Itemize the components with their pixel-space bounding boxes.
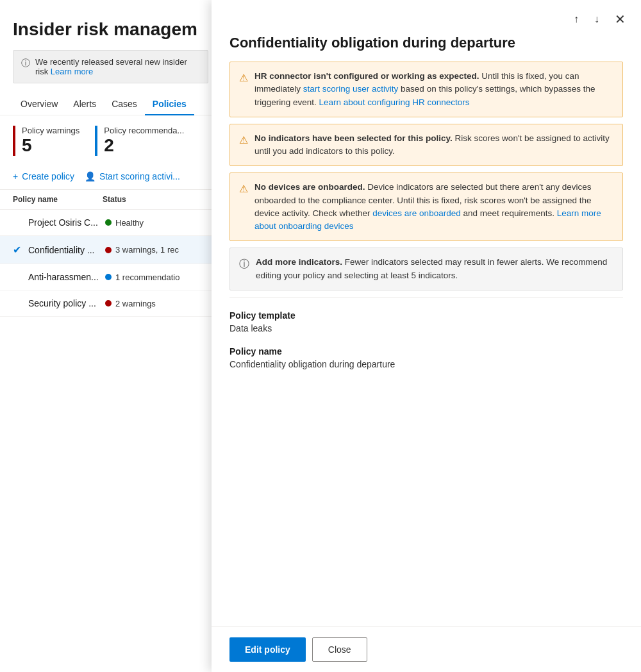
stat-recommendations-label: Policy recommenda... — [104, 126, 184, 135]
alert-text-devices: No devices are onboarded. Device indicat… — [254, 181, 613, 233]
checkmark-icon: ✔ — [13, 244, 21, 255]
status-text: 3 warnings, 1 rec — [115, 245, 179, 255]
policy-name: Confidentiality ... — [28, 245, 105, 255]
status-dot-green — [105, 219, 112, 226]
col-header-name: Policy name — [13, 195, 103, 204]
policy-name: Security policy ... — [28, 298, 105, 308]
panel-body: ⚠ HR connector isn't configured or worki… — [212, 62, 641, 626]
notification-banner: ⓘ We recently released several new insid… — [13, 50, 208, 83]
tab-cases[interactable]: Cases — [104, 94, 145, 115]
policy-template-value: Data leaks — [229, 323, 623, 333]
status-dot-blue — [105, 274, 112, 280]
action-bar: + Create policy 👤 Start scoring activi..… — [0, 166, 221, 190]
page-title: Insider risk managem — [0, 13, 221, 50]
divider — [229, 297, 623, 298]
stat-warnings-label: Policy warnings — [22, 126, 79, 135]
warning-icon: ⚠ — [239, 71, 248, 86]
alert-text-hr: HR connector isn't configured or working… — [254, 70, 613, 109]
alert-no-indicators: ⚠ No indicators have been selected for t… — [229, 124, 623, 167]
alert-devices-mid: and meet requirements. — [463, 208, 556, 218]
policy-name: Project Osiris C... — [28, 217, 105, 228]
table-header: Policy name Status — [0, 190, 221, 210]
nav-up-button[interactable]: ↑ — [571, 11, 581, 28]
tab-alerts[interactable]: Alerts — [65, 94, 104, 115]
warning-icon: ⚠ — [239, 181, 248, 197]
person-icon: 👤 — [85, 171, 96, 181]
policy-status: Healthy — [105, 218, 208, 228]
info-icon: ⓘ — [239, 256, 249, 272]
devices-onboarded-link[interactable]: devices are onboarded — [372, 208, 460, 218]
policy-row[interactable]: Security policy ... 2 warnings — [0, 290, 221, 317]
policy-template-label: Policy template — [229, 310, 623, 321]
policy-row[interactable]: Anti-harassmen... 1 recommendatio — [0, 264, 221, 290]
detail-panel: ↑ ↓ ✕ Confidentiality obligation during … — [212, 0, 641, 672]
row-check: ✔ — [13, 244, 28, 256]
panel-title: Confidentiality obligation during depart… — [212, 35, 641, 62]
policy-name: Anti-harassmen... — [28, 272, 105, 282]
policy-recommendations-stat: Policy recommenda... 2 — [95, 126, 184, 156]
policy-status: 1 recommendatio — [105, 273, 208, 282]
panel-header: ↑ ↓ ✕ — [212, 0, 641, 35]
stat-recommendations-value: 2 — [104, 135, 184, 156]
tab-policies[interactable]: Policies — [145, 94, 194, 115]
learn-hr-connector-link[interactable]: Learn about configuring HR connectors — [319, 97, 470, 107]
alert-bold-indicators: No indicators have been selected for thi… — [254, 133, 453, 143]
start-scoring-button[interactable]: 👤 Start scoring activi... — [85, 171, 180, 181]
alert-no-devices: ⚠ No devices are onboarded. Device indic… — [229, 172, 623, 241]
stat-warnings-value: 5 — [22, 135, 79, 156]
tab-overview[interactable]: Overview — [13, 94, 65, 115]
stats-row: Policy warnings 5 Policy recommenda... 2 — [0, 115, 221, 166]
alert-bold-hr: HR connector isn't configured or working… — [254, 71, 479, 81]
panel-close-button[interactable]: ✕ — [612, 9, 628, 29]
status-text: Healthy — [115, 218, 144, 228]
start-scoring-link[interactable]: start scoring user activity — [303, 84, 399, 94]
policy-name-label: Policy name — [229, 346, 623, 357]
nav-tabs: Overview Alerts Cases Policies — [0, 94, 221, 115]
nav-down-button[interactable]: ↓ — [592, 11, 602, 28]
status-text: 1 recommendatio — [115, 273, 179, 282]
alert-text-add: Add more indicators. Fewer indicators se… — [256, 256, 613, 282]
start-scoring-label: Start scoring activi... — [99, 171, 180, 181]
policy-status: 3 warnings, 1 rec — [105, 245, 208, 255]
alert-text-indicators: No indicators have been selected for thi… — [254, 132, 613, 158]
edit-policy-button[interactable]: Edit policy — [229, 637, 306, 662]
policy-warnings-stat: Policy warnings 5 — [13, 126, 79, 156]
panel-footer: Edit policy Close — [212, 626, 641, 672]
policy-name-value: Confidentiality obligation during depart… — [229, 359, 623, 369]
status-dot-red — [105, 300, 112, 307]
create-policy-label: Create policy — [22, 171, 74, 181]
create-policy-button[interactable]: + Create policy — [13, 171, 74, 181]
col-header-status: Status — [103, 195, 208, 204]
warning-icon: ⚠ — [239, 133, 248, 148]
alert-add-indicators: ⓘ Add more indicators. Fewer indicators … — [229, 248, 623, 290]
policy-row[interactable]: ✔ Confidentiality ... 3 warnings, 1 rec — [0, 236, 221, 264]
policy-status: 2 warnings — [105, 299, 208, 308]
status-text: 2 warnings — [115, 299, 156, 308]
plus-icon: + — [13, 171, 18, 181]
info-icon: ⓘ — [21, 58, 30, 69]
alert-bold-add: Add more indicators. — [256, 257, 342, 267]
close-button[interactable]: Close — [312, 637, 367, 662]
status-dot-red — [105, 247, 112, 253]
alert-hr-connector: ⚠ HR connector isn't configured or worki… — [229, 62, 623, 117]
policy-row[interactable]: Project Osiris C... Healthy — [0, 210, 221, 236]
banner-text: We recently released several new insider… — [35, 57, 200, 76]
learn-more-link[interactable]: Learn more — [51, 67, 93, 76]
alert-bold-devices: No devices are onboarded. — [254, 182, 365, 192]
